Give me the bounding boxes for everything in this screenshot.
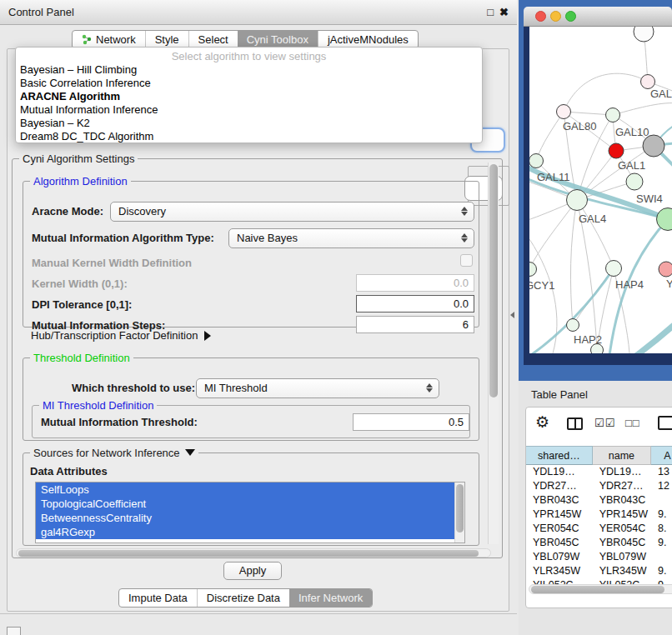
- mi-algorithm-type-value: Naive Bayes: [237, 232, 298, 244]
- table-cell: 9.: [651, 564, 672, 578]
- table-toolbar: ⚙ ☑☑ □□: [526, 411, 672, 439]
- algorithm-option[interactable]: Basic Correlation Inference: [16, 77, 482, 90]
- export-table-icon[interactable]: [658, 416, 672, 430]
- table-row[interactable]: YLR345WYLR345W9.: [526, 564, 672, 578]
- table-row[interactable]: YDR27…YDR27…12: [526, 479, 672, 493]
- network-node[interactable]: [641, 75, 655, 89]
- network-node[interactable]: [657, 208, 672, 231]
- right-region: GALGAL80GAL10GAL1GAL11SWI4GAL4GCY1HAP4YH…: [519, 0, 672, 635]
- network-node[interactable]: [634, 27, 654, 42]
- attributes-vscrollbar-thumb[interactable]: [456, 484, 464, 532]
- collapsed-panel-box[interactable]: [7, 627, 21, 635]
- table-body: YDL19…YDL19…13YDR27…YDR27…12YBR043CYBR04…: [526, 465, 672, 592]
- mi-steps-field[interactable]: 6: [356, 316, 474, 333]
- attribute-item[interactable]: SelfLoops: [36, 482, 464, 497]
- expand-right-icon: [204, 331, 211, 341]
- gear-icon[interactable]: ⚙: [535, 412, 549, 432]
- table-cell: 13: [651, 465, 672, 479]
- manual-kernel-checkbox[interactable]: [460, 254, 473, 267]
- node-label: GAL11: [537, 171, 570, 183]
- collapse-down-icon: [185, 449, 195, 456]
- table-hscrollbar-thumb[interactable]: [531, 586, 664, 593]
- network-node[interactable]: [529, 262, 537, 277]
- network-node[interactable]: [626, 173, 643, 190]
- node-label: Y: [666, 278, 672, 290]
- table-row[interactable]: YBR043CYBR043C: [526, 493, 672, 508]
- settings-hscrollbar-thumb[interactable]: [18, 550, 479, 557]
- attribute-item[interactable]: gal4RGexp: [36, 525, 464, 539]
- algorithm-option[interactable]: Mutual Information Inference: [16, 103, 482, 117]
- network-canvas[interactable]: GALGAL80GAL10GAL1GAL11SWI4GAL4GCY1HAP4YH…: [529, 27, 672, 353]
- apply-button[interactable]: Apply: [223, 562, 282, 580]
- settings-hscrollbar[interactable]: [16, 548, 491, 558]
- node-label: GAL: [650, 88, 672, 100]
- table-row[interactable]: YBL079WYBL079W: [526, 550, 672, 564]
- kernel-width-field[interactable]: 0.0: [356, 274, 474, 292]
- network-node[interactable]: [529, 154, 544, 168]
- mi-threshold-field[interactable]: 0.5: [353, 413, 469, 431]
- table-row[interactable]: YER054CYER054C8.: [526, 522, 672, 536]
- network-icon: [82, 34, 93, 45]
- columns-icon[interactable]: [567, 418, 583, 430]
- table-row[interactable]: YPR145WYPR145W9.: [526, 508, 672, 522]
- tab-discretize-data[interactable]: Discretize Data: [197, 589, 289, 607]
- hub-definition-toggle[interactable]: Hub/Transcription Factor Definition: [31, 329, 211, 342]
- algorithm-option[interactable]: Dream8 DC_TDC Algorithm: [16, 130, 482, 143]
- table-cell: YBR045C: [526, 536, 593, 550]
- tab-cyni-toolbox[interactable]: Cyni Toolbox: [238, 31, 318, 48]
- settings-vscrollbar-thumb[interactable]: [489, 164, 498, 398]
- zoom-light-icon[interactable]: [565, 11, 576, 22]
- column-header-shared-name[interactable]: shared…: [526, 446, 593, 465]
- table-cell: YER054C: [526, 522, 593, 536]
- table-row[interactable]: YDL19…YDL19…13: [526, 465, 672, 479]
- table-panel-title: Table Panel: [531, 388, 588, 401]
- tab-jactivemnodules[interactable]: jActiveMNodules: [318, 31, 418, 48]
- network-node[interactable]: [567, 190, 588, 211]
- tab-infer-network[interactable]: Infer Network: [289, 589, 372, 607]
- select-all-checks-icon[interactable]: ☑☑: [594, 417, 615, 429]
- network-node[interactable]: [659, 262, 672, 277]
- table-cell: YPR145W: [593, 508, 651, 522]
- tab-impute-data[interactable]: Impute Data: [119, 589, 197, 607]
- tab-select[interactable]: Select: [188, 31, 238, 48]
- algorithm-popup: Select algorithm to view settings Bayesi…: [15, 47, 483, 143]
- settings-vscrollbar[interactable]: [488, 162, 499, 544]
- tab-network[interactable]: Network: [73, 31, 145, 48]
- dpi-tolerance-field[interactable]: 0.0: [356, 295, 474, 312]
- network-node[interactable]: [606, 261, 622, 277]
- table-row[interactable]: YBR045CYBR045C9.: [526, 536, 672, 550]
- network-node[interactable]: [606, 108, 620, 122]
- column-header-partial[interactable]: A: [651, 446, 672, 465]
- data-attributes-list[interactable]: SelfLoopsTopologicalCoefficientBetweenne…: [35, 482, 465, 543]
- popup-prompt: Select algorithm to view settings: [16, 50, 482, 62]
- mi-algorithm-type-select[interactable]: Naive Bayes: [228, 228, 474, 248]
- deselect-all-icon[interactable]: □□: [625, 417, 640, 429]
- algorithm-option[interactable]: ARACNE Algorithm: [16, 90, 482, 103]
- attribute-item[interactable]: BetweennessCentrality: [36, 511, 464, 525]
- node-label: HAP2: [574, 333, 602, 346]
- which-threshold-value: MI Threshold: [204, 382, 268, 394]
- algorithm-option[interactable]: Bayesian – Hill Climbing: [16, 63, 482, 77]
- minimize-light-icon[interactable]: [550, 11, 561, 22]
- control-panel-titlebar[interactable]: Control Panel □ ✖: [0, 0, 517, 25]
- aracne-mode-select[interactable]: Discovery: [110, 202, 474, 222]
- sources-title[interactable]: Sources for Network Inference: [30, 447, 198, 459]
- float-panel-icon[interactable]: □: [487, 6, 494, 18]
- attribute-item[interactable]: TopologicalCoefficient: [36, 497, 464, 511]
- table-cell: YBL079W: [593, 550, 651, 564]
- table-hscrollbar[interactable]: [529, 584, 672, 594]
- close-light-icon[interactable]: [535, 11, 546, 22]
- table-cell: YDR27…: [526, 479, 593, 493]
- tab-style[interactable]: Style: [145, 31, 188, 48]
- close-panel-icon[interactable]: ✖: [499, 6, 509, 18]
- splitter-collapse-icon[interactable]: [510, 312, 514, 318]
- which-threshold-select[interactable]: MI Threshold: [196, 378, 439, 398]
- network-window-titlebar[interactable]: [524, 7, 672, 27]
- network-node[interactable]: [557, 105, 571, 119]
- aracne-mode-value: Discovery: [118, 205, 166, 218]
- network-node[interactable]: [567, 319, 579, 332]
- algorithm-option[interactable]: Bayesian – K2: [16, 117, 482, 130]
- network-node[interactable]: [609, 143, 624, 158]
- column-header-name[interactable]: name: [593, 446, 651, 465]
- attributes-vscrollbar[interactable]: [454, 482, 464, 542]
